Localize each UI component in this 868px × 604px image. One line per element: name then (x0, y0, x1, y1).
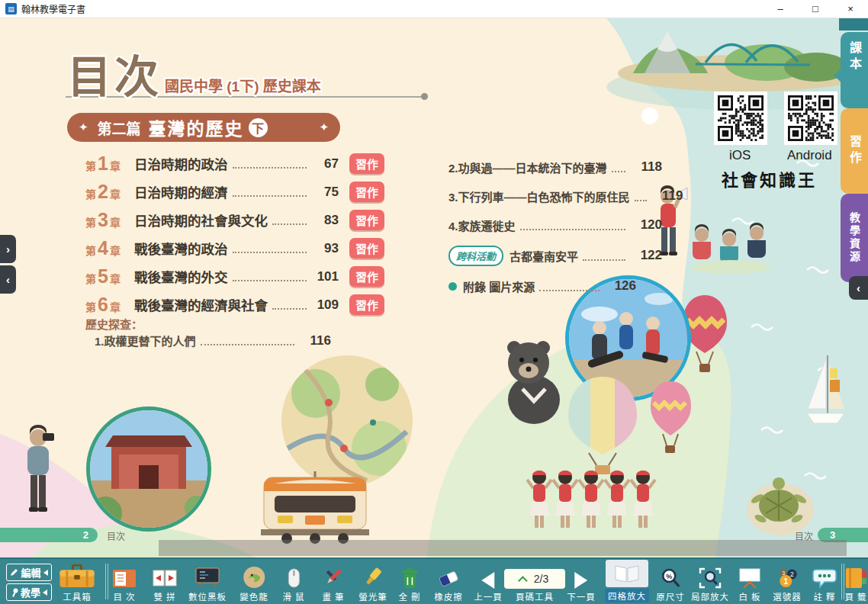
tab-strip-cap (839, 18, 868, 31)
minimize-button[interactable]: – (767, 0, 793, 18)
dot-leader (233, 271, 307, 281)
chapter-page: 75 (311, 185, 339, 200)
actual-size-icon: % (660, 564, 681, 589)
black-bear-illustration (497, 334, 570, 429)
close-button[interactable]: × (837, 0, 863, 18)
cross-subject-activity[interactable]: 跨科活動 古都臺南安平 122 (448, 239, 662, 271)
toc-item[interactable]: 3.下行列車——白色恐怖下的原住民 119 (448, 182, 662, 210)
chapter-page: 83 (311, 213, 339, 228)
chapter-row[interactable]: 第6章 戰後臺灣的經濟與社會 109 習作 (85, 291, 384, 319)
workbook-button[interactable]: 習作 (349, 182, 384, 202)
toc-item[interactable]: 1.政權更替下的人們 116 (95, 333, 331, 349)
maximize-button[interactable]: □ (802, 0, 828, 18)
toolbar-prev-page[interactable]: 上一頁 (474, 564, 503, 602)
teach-mode-button[interactable]: 教學 (6, 583, 52, 601)
chapter-row[interactable]: 第3章 日治時期的社會與文化 83 習作 (85, 206, 384, 234)
toolbar-page-bookmark[interactable]: 頁 籤 (844, 564, 867, 602)
train-illustration (243, 471, 387, 547)
toolbar-dual-page[interactable]: 雙 拼 (153, 564, 177, 602)
photographer-illustration (15, 421, 61, 531)
dot-leader (272, 215, 307, 225)
chapter-title: 日治時期的政治 (134, 154, 228, 173)
toolbar-partial-zoom[interactable]: 局部放大 (691, 564, 729, 602)
sailboat-illustration (805, 352, 847, 432)
illustrated-map (281, 355, 413, 487)
toolbar-toolbox[interactable]: 工具箱 (56, 564, 98, 602)
panel-collapse-button[interactable]: ‹ (0, 265, 16, 294)
toc-item[interactable]: 4.家族遷徙史 120 (448, 210, 662, 239)
pen-icon (322, 564, 345, 589)
toolbar-pen[interactable]: 畫 筆 (322, 564, 345, 602)
dot-leader (233, 243, 307, 253)
banner-prefix: 第二篇 (98, 117, 141, 138)
toolbar-number-picker[interactable]: 321 選號器 (773, 564, 802, 602)
sitting-group-illustration (686, 212, 774, 288)
workbook-button[interactable]: 習作 (349, 238, 384, 259)
page-subtitle: 國民中學 (1下) 歷史課本 (165, 75, 321, 95)
page-indicator-input[interactable]: 2/3 (504, 569, 565, 589)
star-icon: ✦ (319, 120, 329, 134)
chapter-title: 日治時期的經濟 (134, 182, 228, 201)
chapter-title: 戰後臺灣的政治 (134, 239, 228, 258)
workbook-button[interactable]: 習作 (349, 153, 384, 174)
toc-icon (112, 564, 137, 589)
chapter-row[interactable]: 第2章 日治時期的經濟 75 習作 (85, 178, 384, 206)
toolbar-actual-size[interactable]: % 原尺寸 (656, 564, 685, 602)
toc-item[interactable]: 2.功與過——日本統治下的臺灣 118 (448, 153, 662, 182)
tab-workbook[interactable]: 習作 (841, 108, 868, 194)
toolbar-highlighter[interactable]: 螢光筆 (358, 564, 387, 602)
tab-textbook[interactable]: 課本 (841, 32, 868, 108)
svg-text:3: 3 (782, 570, 785, 576)
tab-teaching-resources[interactable]: 教學資源 (841, 194, 868, 282)
chevron-up-icon[interactable] (518, 576, 528, 586)
microphone-icon (11, 588, 18, 597)
next-page-icon (575, 572, 588, 589)
toolbar-toc[interactable]: 目 次 (112, 564, 137, 602)
workbook-button[interactable]: 習作 (349, 294, 384, 315)
toolbar-mouse[interactable]: 滑 鼠 (282, 564, 304, 602)
workbook-button[interactable]: 習作 (349, 210, 384, 230)
appendix-item[interactable]: 附錄 圖片來源 126 (448, 271, 636, 300)
mouse-icon (287, 564, 301, 589)
highlighter-icon (362, 564, 384, 589)
chapter-row[interactable]: 第4章 戰後臺灣的政治 93 習作 (85, 234, 384, 262)
chapter-page: 109 (311, 297, 339, 313)
sidebar-collapse-button[interactable]: ‹ (849, 276, 868, 300)
toolbar-whiteboard[interactable]: 白 板 (738, 564, 762, 602)
svg-text:1: 1 (783, 577, 788, 586)
dot-leader (272, 300, 307, 310)
explore-heading: 歷史探查： (85, 316, 143, 332)
eraser-icon (437, 564, 460, 589)
ebook-page: 目次 國民中學 (1下) 歷史課本 ✦ 第二篇 臺灣的歷史 下 ✦ 第1章 日治… (0, 18, 868, 557)
dot-leader (520, 220, 625, 230)
chapter-row[interactable]: 第5章 戰後臺灣的外交 101 習作 (85, 262, 384, 291)
edit-mode-button[interactable]: 編輯 (6, 564, 52, 581)
toolbar-next-page[interactable]: 下一頁 (567, 564, 596, 602)
page-indicator-value: 2/3 (534, 573, 548, 585)
chameleon-icon (243, 564, 265, 589)
blackboard-icon (194, 564, 220, 589)
toolbar-eraser[interactable]: 橡皮擦 (434, 564, 463, 602)
workbook-button[interactable]: 習作 (349, 266, 384, 287)
window-titlebar: ▤ 翰林教學電子書 – □ × (0, 0, 868, 18)
bottom-toolbar: 編輯 教學 工具箱 目 次 雙 拼 數位黑板 變色龍 (0, 557, 868, 604)
ios-qr-code (714, 92, 767, 145)
toolbar-quad-zoom[interactable]: 四格放大 (605, 560, 649, 602)
toolbar-chameleon[interactable]: 變色龍 (240, 564, 268, 602)
panel-expand-button[interactable]: › (0, 235, 16, 263)
chapter-list: 第1章 日治時期的政治 67 習作 第2章 日治時期的經濟 75 習作 第3章 … (85, 149, 384, 319)
toolbox-icon (56, 564, 98, 589)
dot-leader (583, 251, 625, 261)
chapter-row[interactable]: 第1章 日治時期的政治 67 習作 (85, 149, 384, 178)
toolbar-page-tool[interactable]: 2/3 頁碼工具 (504, 569, 565, 602)
bookmark-icon (844, 564, 867, 589)
bullet-icon (448, 282, 457, 291)
toolbar-digital-blackboard[interactable]: 數位黑板 (188, 564, 227, 602)
chapter-page: 101 (311, 269, 339, 284)
chapter-title: 日治時期的社會與文化 (134, 210, 268, 230)
toolbar-annotation[interactable]: 註 釋 (812, 564, 837, 602)
star-icon: ✦ (79, 120, 88, 134)
toolbar-delete-all[interactable]: 全 刪 (398, 564, 420, 602)
scroll-overlay-bar[interactable] (159, 540, 847, 556)
volume-badge: 下 (249, 118, 268, 137)
